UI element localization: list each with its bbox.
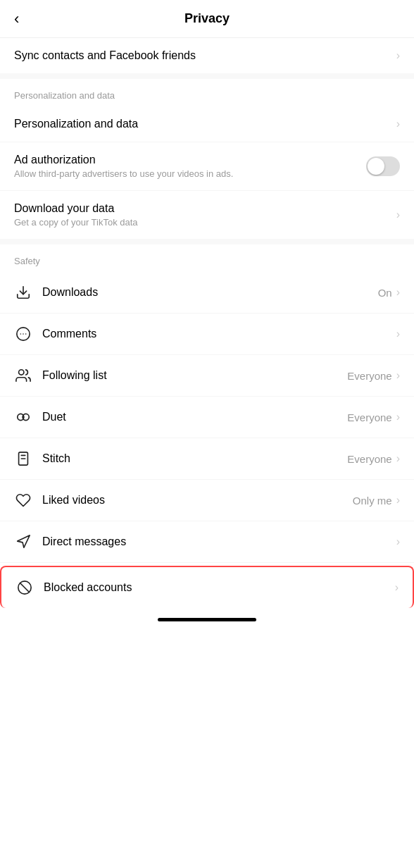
following-list-value: Everyone [347, 370, 391, 382]
duet-label: Duet [42, 411, 66, 423]
duet-value: Everyone [347, 411, 391, 423]
stitch-item[interactable]: Stitch Everyone › [0, 438, 414, 480]
downloads-value: On [378, 287, 392, 299]
chevron-icon: › [395, 581, 399, 594]
stitch-label: Stitch [42, 452, 70, 465]
divider-2 [0, 239, 414, 244]
downloads-item[interactable]: Downloads On › [0, 272, 414, 314]
downloads-icon [14, 283, 32, 302]
duet-item[interactable]: Duet Everyone › [0, 397, 414, 438]
liked-videos-label: Liked videos [42, 494, 105, 507]
download-data-item[interactable]: Download your data Get a copy of your Ti… [0, 191, 414, 239]
sync-contacts-left: Sync contacts and Facebook friends [14, 49, 396, 62]
page-title: Privacy [184, 11, 230, 26]
liked-videos-item[interactable]: Liked videos Only me › [0, 480, 414, 521]
personalization-data-item[interactable]: Personalization and data › [0, 106, 414, 142]
downloads-label: Downloads [42, 286, 98, 299]
personalization-section: Personalization and data Personalization… [0, 79, 414, 239]
direct-messages-item[interactable]: Direct messages › [0, 521, 414, 563]
following-list-label: Following list [42, 369, 107, 382]
chevron-icon: › [396, 369, 400, 382]
home-indicator [0, 611, 414, 636]
comments-label: Comments [42, 328, 96, 340]
sync-contacts-item[interactable]: Sync contacts and Facebook friends › [0, 38, 414, 73]
safety-section-label: Safety [0, 244, 414, 272]
home-bar [158, 618, 256, 621]
sync-contacts-label: Sync contacts and Facebook friends [14, 49, 196, 62]
ad-authorization-label: Ad authorization [14, 154, 233, 166]
blocked-accounts-label: Blocked accounts [44, 581, 132, 594]
ad-authorization-item[interactable]: Ad authorization Allow third-party adver… [0, 142, 414, 191]
sync-section: Sync contacts and Facebook friends › [0, 38, 414, 73]
header: ‹ Privacy [0, 0, 414, 38]
chevron-icon: › [396, 494, 400, 507]
chevron-icon: › [396, 286, 400, 299]
svg-marker-8 [18, 535, 30, 547]
blocked-accounts-icon [15, 578, 34, 597]
duet-icon [14, 408, 32, 426]
chevron-icon: › [396, 452, 400, 465]
chevron-icon: › [396, 328, 400, 340]
ad-authorization-subtitle: Allow third-party advertisers to use you… [14, 168, 233, 179]
divider-1 [0, 73, 414, 79]
blocked-accounts-item[interactable]: Blocked accounts › [0, 566, 414, 608]
stitch-icon [14, 450, 32, 468]
ad-authorization-toggle[interactable] [366, 156, 400, 176]
direct-messages-icon [14, 533, 32, 551]
download-data-label: Download your data [14, 202, 138, 215]
personalization-data-label: Personalization and data [14, 118, 138, 130]
following-list-item[interactable]: Following list Everyone › [0, 355, 414, 397]
personalization-section-label: Personalization and data [0, 79, 414, 106]
liked-videos-value: Only me [353, 495, 392, 507]
svg-point-2 [19, 370, 24, 375]
chevron-icon: › [396, 411, 400, 423]
comments-icon [14, 325, 32, 343]
liked-videos-icon [14, 491, 32, 509]
safety-section: Safety Downloads On › [0, 244, 414, 608]
chevron-icon: › [396, 535, 400, 548]
svg-line-10 [20, 583, 30, 593]
chevron-icon: › [396, 209, 400, 221]
download-data-subtitle: Get a copy of your TikTok data [14, 217, 138, 228]
back-button[interactable]: ‹ [14, 10, 19, 28]
direct-messages-label: Direct messages [42, 535, 126, 548]
following-list-icon [14, 366, 32, 385]
sync-contacts-right: › [396, 49, 400, 62]
chevron-icon: › [396, 49, 400, 62]
comments-item[interactable]: Comments › [0, 314, 414, 355]
stitch-value: Everyone [347, 453, 391, 465]
chevron-icon: › [396, 118, 400, 130]
